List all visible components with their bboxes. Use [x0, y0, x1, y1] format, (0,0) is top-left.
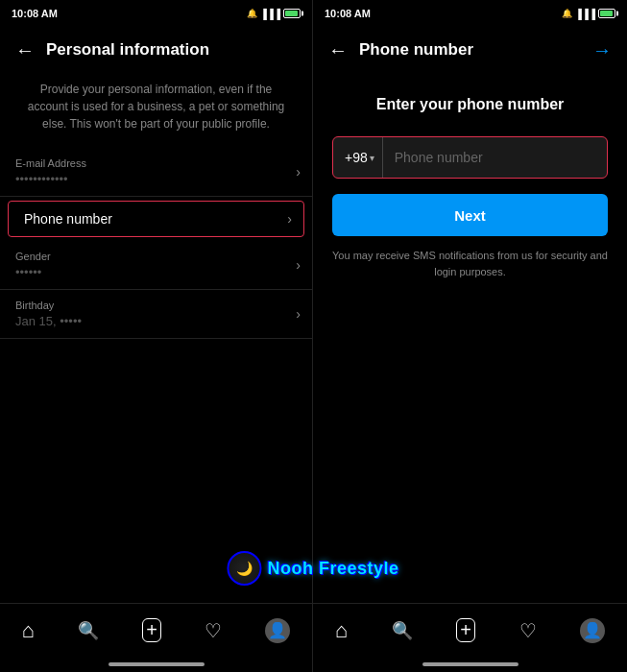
birthday-chevron-icon: › [296, 306, 301, 322]
right-home-nav-icon[interactable]: ⌂ [335, 618, 348, 643]
next-button[interactable]: Next [332, 194, 608, 236]
left-status-bar: 10:08 AM 🔔 ▐▐▐ [0, 0, 312, 27]
left-bottom-nav: ⌂ 🔍 + ♡ 👤 [0, 603, 312, 657]
gender-value: •••••• [15, 265, 297, 279]
right-status-icons: 🔔 ▐▐▐ [562, 9, 615, 19]
search-nav-icon[interactable]: 🔍 [78, 620, 99, 641]
country-code-value: +98 [345, 150, 368, 165]
phone-label: Phone number [24, 211, 288, 227]
birthday-menu-item[interactable]: Birthday Jan 15, ••••• › [0, 290, 312, 339]
phone-number-input[interactable] [383, 150, 607, 165]
birthday-value: Jan 15, ••••• [15, 314, 297, 328]
sms-notice-text: You may receive SMS notifications from u… [332, 248, 608, 279]
right-notification-icon: 🔔 [562, 9, 572, 18]
left-menu-list: E-mail Address •••••••••••• › Phone numb… [0, 148, 312, 603]
right-bottom-nav: ⌂ 🔍 + ♡ 👤 [313, 603, 627, 657]
email-label: E-mail Address [15, 157, 297, 169]
watermark-logo: 🌙 [227, 551, 261, 586]
avatar-nav[interactable]: 👤 [265, 618, 290, 643]
heart-nav-icon[interactable]: ♡ [205, 619, 222, 642]
right-battery-icon [598, 9, 615, 18]
gender-menu-item[interactable]: Gender •••••• › [0, 241, 312, 290]
right-page-title: Phone number [359, 40, 473, 60]
enter-phone-title: Enter your phone number [332, 96, 608, 113]
country-code-selector[interactable]: +98 ▾ [333, 137, 383, 178]
right-content: Enter your phone number +98 ▾ Next You m… [313, 73, 627, 603]
right-home-indicator [313, 657, 627, 672]
left-home-indicator [0, 657, 312, 672]
left-description: Provide your personal information, even … [0, 73, 312, 148]
right-add-nav-icon[interactable]: + [456, 618, 475, 642]
country-code-chevron-icon: ▾ [370, 153, 374, 163]
right-avatar-nav[interactable]: 👤 [580, 618, 605, 643]
left-header: ← Personal information [0, 27, 312, 73]
signal-icon: ▐▐▐ [260, 9, 280, 19]
phone-input-container: +98 ▾ [332, 136, 608, 179]
right-header: ← Phone number → [313, 27, 627, 73]
gender-chevron-icon: › [296, 257, 301, 273]
left-status-icons: 🔔 ▐▐▐ [247, 9, 301, 19]
right-heart-nav-icon[interactable]: ♡ [519, 619, 537, 642]
left-time: 10:08 AM [12, 8, 58, 19]
email-value: •••••••••••• [15, 172, 297, 186]
battery-icon [283, 9, 301, 18]
notification-icon: 🔔 [247, 9, 257, 18]
back-button[interactable]: ← [15, 39, 35, 61]
left-page-title: Personal information [46, 40, 209, 60]
right-signal-icon: ▐▐▐ [575, 9, 595, 19]
phone-menu-item[interactable]: Phone number › [8, 201, 304, 237]
watermark-text: Nooh Freestyle [267, 559, 398, 579]
gender-label: Gender [15, 251, 297, 262]
right-search-nav-icon[interactable]: 🔍 [392, 620, 413, 641]
right-back-button[interactable]: ← [328, 39, 348, 61]
watermark: 🌙 Nooh Freestyle [227, 551, 398, 586]
phone-chevron-icon: › [287, 211, 292, 227]
home-nav-icon[interactable]: ⌂ [22, 618, 35, 643]
right-forward-button[interactable]: → [592, 39, 612, 61]
right-status-bar: 10:08 AM 🔔 ▐▐▐ [313, 0, 627, 27]
add-nav-icon[interactable]: + [142, 618, 161, 642]
right-time: 10:08 AM [325, 8, 371, 19]
email-menu-item[interactable]: E-mail Address •••••••••••• › [0, 148, 312, 197]
email-chevron-icon: › [296, 164, 301, 180]
birthday-label: Birthday [15, 300, 297, 311]
